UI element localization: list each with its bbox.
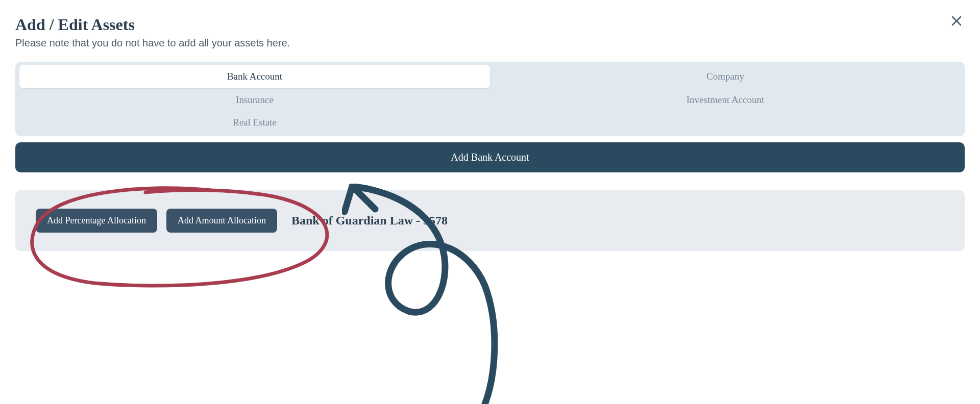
- tab-bank-account[interactable]: Bank Account: [19, 65, 490, 88]
- close-button[interactable]: [948, 13, 965, 29]
- add-bank-account-button[interactable]: Add Bank Account: [15, 142, 965, 172]
- add-amount-allocation-button[interactable]: Add Amount Allocation: [166, 209, 277, 233]
- add-percentage-allocation-button[interactable]: Add Percentage Allocation: [36, 209, 157, 233]
- tab-insurance[interactable]: Insurance: [19, 88, 490, 112]
- tab-real-estate[interactable]: Real Estate: [19, 112, 490, 133]
- account-name-label: Bank of Guardian Law - 5578: [291, 214, 448, 228]
- tabs-row-1: Bank Account Company: [19, 65, 961, 88]
- tab-company[interactable]: Company: [490, 65, 961, 88]
- modal-header: Add / Edit Assets Please note that you d…: [15, 15, 965, 49]
- modal-title: Add / Edit Assets: [15, 15, 965, 34]
- modal-subtitle: Please note that you do not have to add …: [15, 37, 965, 49]
- tabs-row-2: Insurance Investment Account: [19, 88, 961, 112]
- asset-type-tabs: Bank Account Company Insurance Investmen…: [15, 62, 965, 136]
- tab-investment-account[interactable]: Investment Account: [490, 88, 961, 112]
- close-icon: [951, 16, 962, 26]
- modal-container: Add / Edit Assets Please note that you d…: [0, 0, 980, 404]
- tabs-row-3: Real Estate: [19, 112, 961, 133]
- bank-account-card: Add Percentage Allocation Add Amount All…: [15, 190, 965, 251]
